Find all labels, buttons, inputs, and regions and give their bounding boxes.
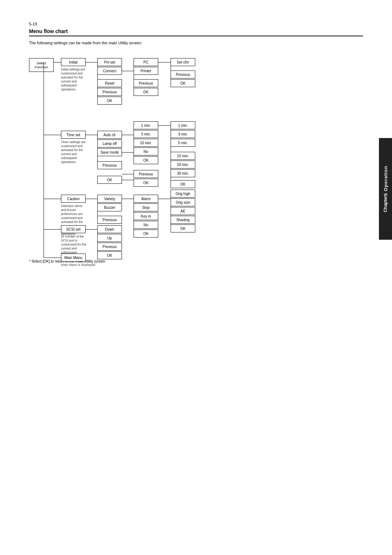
reset-box: Reset: [97, 79, 122, 87]
line-initial-pnlset: [86, 62, 97, 62]
line-prev4-ok4: [134, 83, 134, 88]
line-buzzer-prev: [97, 207, 98, 220]
line-sf-scsi-horiz: [44, 229, 61, 230]
line-5minb-10minb: [171, 143, 171, 156]
min3b-box: 3 min.: [171, 130, 195, 138]
ok-b-box: OK: [134, 230, 158, 238]
line-down-up: [97, 229, 98, 238]
initial-box: Initial: [61, 58, 86, 66]
previous-col4-save: Previous: [134, 170, 158, 178]
line-30minb-ok5: [171, 173, 171, 184]
previous-col3-1: Previous: [97, 88, 122, 96]
previous-col3-caution: Previous: [97, 216, 122, 224]
stop-box: Stop: [134, 203, 158, 211]
line-prev-ok: [97, 92, 98, 97]
line-stop-keyin: [134, 207, 134, 216]
line-shading-ok5c: [171, 220, 171, 228]
line-connect-reset: [97, 71, 98, 80]
line-autoclr-1min: [122, 135, 134, 135]
previous-col3-time: Previous: [97, 161, 122, 169]
line-up-prev: [97, 238, 98, 247]
set-cfm-box: Set cfm: [171, 58, 195, 66]
chapter-label: Chapter: [383, 196, 388, 212]
ok-scsi: OK: [97, 251, 122, 259]
line-1mina-1minb: [158, 125, 171, 126]
min30b-box: 30 min.: [171, 169, 195, 177]
chapter-tab: Operation 5 Chapter: [379, 138, 392, 240]
lamp-off-box: Lamp off: [97, 139, 122, 147]
line-pnl-vert: [97, 62, 98, 71]
line-variety-alarm: [122, 199, 134, 199]
page-number: 5-19: [29, 22, 363, 26]
line-ok-ok4save: [122, 180, 134, 180]
line-nob-okb: [134, 225, 134, 234]
up-box: Up: [97, 234, 122, 242]
down-box: Down: [97, 225, 122, 233]
line-sf-mainmanu-vert: [44, 229, 44, 258]
no-a-box: No: [134, 147, 158, 155]
printer-box: Printer: [134, 67, 158, 75]
line-alarm-stop: [134, 199, 134, 207]
buzzer-box: Buzzer: [97, 203, 122, 211]
min3a-box: 3 min.: [134, 130, 158, 138]
ok-col3-time: OK: [97, 176, 122, 184]
line-caution-variety: [86, 199, 97, 199]
line-savemode-prev: [97, 152, 98, 165]
shading-box: Shading: [171, 216, 195, 224]
ok-col4-save: OK: [134, 179, 158, 187]
main-manu-box: Main Manu: [61, 254, 86, 262]
line-3mina-10mina: [134, 134, 134, 143]
line-connect-pc: [122, 71, 134, 71]
initial-note: Initial settings are customized and acti…: [61, 68, 88, 92]
line-orighigh-origsize: [171, 194, 171, 202]
line-lampoff-savemode: [97, 143, 98, 152]
line-variety-buzzer: [97, 199, 98, 207]
connect-box: Connect: [97, 67, 122, 75]
orig-size-box: Orig size: [171, 198, 195, 206]
main-manu-note: Main Manu is displayed.: [61, 263, 96, 267]
min20b-box: 20 min.: [171, 161, 195, 169]
alarm-box: Alarm: [134, 195, 158, 203]
line-1mina-3mina: [134, 125, 134, 134]
min10b-box: 10 min.: [171, 152, 195, 160]
line-20minb-30minb: [171, 165, 171, 173]
operation-label: Operation: [383, 166, 388, 191]
min10a-box: 10 min.: [134, 139, 158, 147]
line-no-ok: [134, 151, 134, 160]
min5b-box: 5 min.: [171, 139, 195, 147]
scsi-set-box: SCSI set: [61, 225, 86, 233]
line-prev-prev4save: [122, 174, 134, 174]
pnl-set-box: Pnl set: [97, 58, 122, 66]
main-content: 5-19 Menu flow chart The following setti…: [0, 0, 392, 285]
line-sf-initial: [54, 62, 61, 62]
ok-a-box: OK: [134, 156, 158, 164]
select-function-box: Select Function: [29, 58, 54, 72]
flowchart: Select Function Initial Initial settings…: [29, 50, 341, 254]
time-set-box: Time set: [61, 131, 86, 139]
ok-col5-caution: OK: [171, 224, 195, 232]
line-10minb-20minb: [171, 156, 171, 165]
line-setcfm-prev5: [171, 62, 171, 74]
line-prevscsi-ok: [97, 247, 98, 255]
previous-scsi: Previous: [97, 243, 122, 251]
line-sf-caution-vert: [44, 135, 44, 199]
line-pc-printer: [134, 62, 134, 71]
orig-high-box: Orig high: [171, 190, 195, 198]
line-origsize-ae: [171, 202, 171, 211]
line-1minb-3minb: [171, 125, 171, 134]
min1a-box: 1 min.: [134, 121, 158, 129]
previous-col4: Previous: [134, 79, 158, 87]
line-3minb-5minb: [171, 134, 171, 143]
line-sf-scsi-vert: [44, 199, 44, 229]
line-pnlset-setcfm: [158, 62, 171, 62]
line-scsi-down: [86, 229, 97, 230]
key-in-box: Key in: [134, 212, 158, 220]
line-timeset-autoclr: [86, 135, 97, 135]
line-sf-caution-horiz: [44, 199, 61, 199]
ok-col3: OK: [97, 97, 122, 105]
pc-box: PC: [134, 58, 158, 66]
line-printer-prev4: [134, 71, 134, 80]
ok-col5-save: OK: [171, 180, 195, 188]
line-autoclr-lampoff: [97, 135, 98, 143]
line-keyin-no: [134, 216, 134, 225]
